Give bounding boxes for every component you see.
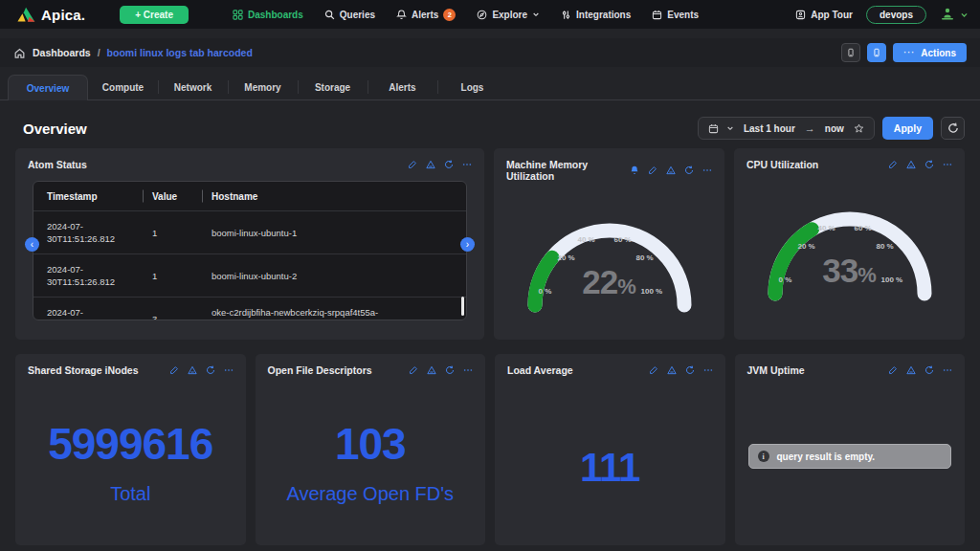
panel-memory-utilization: Machine Memory Utilization 0 % 20 % 40 %… [494, 148, 724, 340]
actions-button[interactable]: ··· Actions [893, 43, 967, 62]
nav-label: Dashboards [248, 10, 303, 20]
star-icon[interactable] [854, 123, 864, 134]
more-icon[interactable] [943, 160, 952, 169]
create-button[interactable]: + Create [120, 6, 189, 24]
carousel-prev-button[interactable]: ‹ [25, 237, 39, 252]
edit-icon[interactable] [169, 365, 179, 375]
tv-mode-button[interactable] [867, 43, 886, 62]
edit-icon[interactable] [888, 160, 898, 169]
nav-item-events[interactable]: Events [652, 10, 699, 20]
table-row: 2024-07-30T11:51:26.812 3 oke-c2rdijbfih… [33, 297, 466, 320]
app-tour-button[interactable]: App Tour [795, 10, 853, 20]
alert-rule-icon[interactable] [906, 365, 916, 375]
carousel-next-button[interactable]: › [460, 237, 475, 252]
actions-label: Actions [921, 48, 956, 58]
nav-label: Alerts [412, 10, 438, 20]
tab-logs[interactable]: Logs [437, 75, 507, 99]
table-row: 2024-07-30T11:51:26.812 1 boomi-linux-ub… [33, 253, 466, 297]
home-icon[interactable] [13, 47, 26, 59]
panel-title: Shared Storage iNodes [28, 364, 139, 376]
alert-rule-icon[interactable] [667, 365, 677, 375]
edit-icon[interactable] [648, 165, 657, 175]
chevron-down-icon [532, 11, 540, 18]
edit-icon[interactable] [409, 365, 418, 375]
time-from[interactable]: Last 1 hour [742, 123, 797, 134]
nav-item-integrations[interactable]: Integrations [561, 10, 631, 20]
stat-label: Total [110, 483, 150, 505]
more-icon[interactable] [703, 365, 713, 375]
apply-button[interactable]: Apply [882, 117, 933, 140]
alert-rule-icon[interactable] [427, 365, 436, 375]
panel-title: Machine Memory Utilization [506, 159, 630, 182]
top-navbar: Apica. + Create Dashboards Queries Alert… [0, 0, 980, 29]
panel-icons [630, 165, 712, 175]
cell-value: 1 [152, 228, 212, 238]
table-header: Timestamp Value Hostname [33, 182, 466, 210]
calendar-icon [652, 10, 662, 20]
nav-label: Explore [492, 10, 527, 20]
gauge-tick: 80 % [636, 253, 654, 262]
edit-icon[interactable] [888, 365, 898, 375]
stat-value: 111 [580, 445, 639, 491]
more-icon[interactable] [463, 365, 473, 375]
app-tour-label: App Tour [811, 10, 853, 20]
sync-icon[interactable] [685, 365, 695, 375]
chevron-down-icon [960, 11, 969, 19]
user-menu[interactable] [940, 8, 969, 21]
nav-label: Events [667, 10, 699, 20]
panel-row-1: Atom Status Timestamp Value Hostname 202… [15, 148, 965, 340]
gauge-tick: 20 % [798, 242, 815, 251]
tab-alerts[interactable]: Alerts [368, 75, 437, 99]
breadcrumb-current[interactable]: boomi linux logs tab harcoded [107, 47, 253, 58]
stat-body: 5999616 Total [15, 381, 246, 541]
panel-title: Open File Descriptors [268, 364, 372, 376]
edit-icon[interactable] [649, 365, 658, 375]
panel-header: Atom Status [15, 148, 484, 175]
tab-network[interactable]: Network [158, 75, 228, 99]
stat-body: 111 [495, 381, 725, 541]
alert-rule-icon[interactable] [426, 160, 435, 169]
sliders-icon [561, 10, 571, 20]
apica-logo[interactable]: Apica. [17, 7, 85, 23]
more-icon[interactable] [462, 160, 472, 169]
sync-icon[interactable] [206, 365, 215, 375]
tab-storage[interactable]: Storage [298, 75, 368, 99]
panel-icons [888, 365, 952, 375]
cell-hostname: oke-c2rdijbfiha-newbcerkziq-srpqaf4t55a-… [212, 306, 453, 320]
time-to[interactable]: now [823, 123, 846, 134]
mobile-view-button[interactable] [841, 43, 860, 62]
tab-overview[interactable]: Overview [8, 75, 88, 100]
nav-item-alerts[interactable]: Alerts 2 [396, 9, 456, 21]
time-range-picker[interactable]: Last 1 hour → now [698, 117, 875, 140]
nav-item-explore[interactable]: Explore [477, 10, 540, 20]
cell-timestamp: 2024-07-30T11:51:26.812 [47, 306, 143, 320]
edit-icon[interactable] [408, 160, 417, 169]
gauge-tick: 20 % [558, 253, 575, 262]
sync-icon[interactable] [444, 160, 454, 169]
more-icon[interactable] [943, 365, 952, 375]
alert-rule-icon[interactable] [666, 165, 676, 175]
nav-item-queries[interactable]: Queries [324, 10, 375, 20]
tab-memory[interactable]: Memory [228, 75, 298, 99]
sync-icon[interactable] [445, 365, 455, 375]
more-icon[interactable] [702, 165, 712, 175]
sync-icon[interactable] [924, 365, 934, 375]
breadcrumb-root[interactable]: Dashboards [33, 47, 91, 58]
refresh-button[interactable] [941, 117, 965, 140]
panel-shared-storage-inodes: Shared Storage iNodes 5999616 Total [15, 354, 246, 545]
tab-compute[interactable]: Compute [88, 75, 158, 99]
alert-rule-icon[interactable] [906, 160, 916, 169]
stat-label: Average Open FD's [286, 483, 454, 505]
sync-icon[interactable] [924, 160, 934, 169]
bell-icon[interactable] [630, 165, 639, 175]
brand-name: Apica. [41, 7, 85, 23]
workspace-pill[interactable]: devops [866, 6, 926, 24]
more-icon[interactable] [224, 365, 234, 375]
alert-rule-icon[interactable] [188, 365, 197, 375]
cell-value: 1 [152, 271, 212, 281]
nav-item-dashboards[interactable]: Dashboards [233, 10, 303, 20]
panel-icons [888, 160, 952, 169]
panel-header: Shared Storage iNodes [15, 354, 246, 381]
compass-icon [477, 10, 487, 20]
sync-icon[interactable] [684, 165, 694, 175]
